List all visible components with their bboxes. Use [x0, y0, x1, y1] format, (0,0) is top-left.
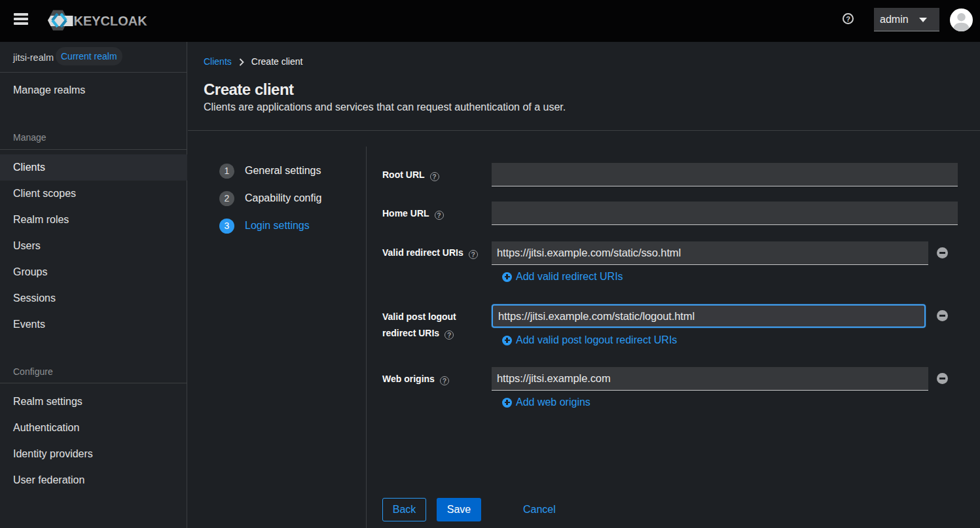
svg-text:KEYCLOAK: KEYCLOAK	[74, 14, 148, 28]
